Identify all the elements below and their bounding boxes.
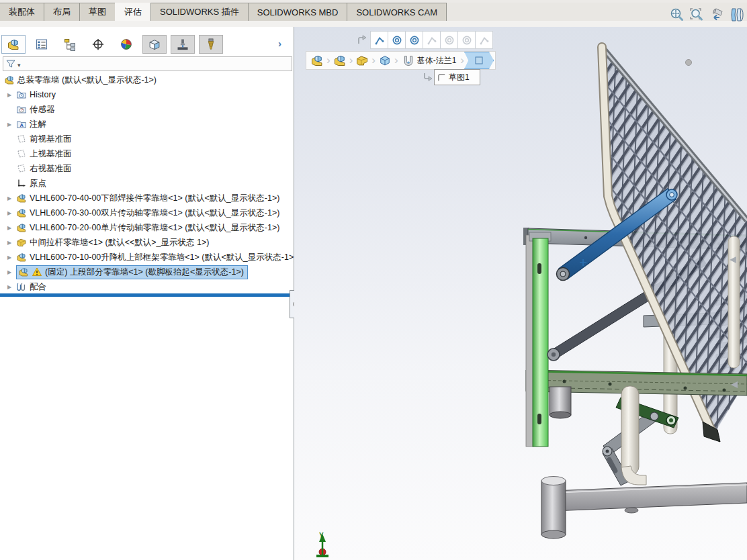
assembly-component-icon xyxy=(16,222,27,233)
jump-down-arrow-icon xyxy=(422,71,434,83)
tree-item-component-30[interactable]: VLHL600-70-30-00双片传动轴零靠墙<1> (默认<默认_显示状态-… xyxy=(0,205,294,220)
tree-item-label: 上视基准面 xyxy=(30,148,72,160)
expand-arrow-icon[interactable] xyxy=(5,240,13,246)
part-component-icon xyxy=(16,237,27,248)
breadcrumb-part-icon[interactable] xyxy=(353,52,371,68)
concentric-mate-button[interactable] xyxy=(388,31,406,49)
tree-item-front-plane[interactable]: 前视基准面 xyxy=(0,132,294,146)
tab-evaluate[interactable]: 评估 xyxy=(115,3,151,21)
tab-solidworks-addins[interactable]: SOLIDWORKS 插件 xyxy=(150,3,249,21)
tree-item-label: 注解 xyxy=(30,119,46,130)
tree-item-upper-section-selected[interactable]: (固定) 上段部分零靠墙<1> (歇脚板抬起<显示状态-1>) xyxy=(0,265,294,279)
tab-sketch[interactable]: 草图 xyxy=(79,3,116,21)
tree-item-label: 原点 xyxy=(30,178,46,189)
sensors-folder-icon xyxy=(16,104,27,115)
tree-item-middle-rod[interactable]: 中间拉杆零靠墙<1> (默认<<默认>_显示状态 1>) xyxy=(0,235,294,250)
configurationmanager-tab[interactable] xyxy=(58,35,82,54)
tab-layout[interactable]: 布局 xyxy=(44,3,80,21)
commandmanager-tab-bar: 装配体 布局 草图 评估 SOLIDWORKS 插件 SOLIDWORKS MB… xyxy=(0,3,747,21)
assembly-component-icon xyxy=(16,207,27,218)
sketch-icon xyxy=(474,55,484,66)
cam-operation-tree-tab[interactable] xyxy=(199,35,223,54)
tree-item-label: VLHL600-70-20-00单片传动轴零靠墙<1> (默认<默认_显示状态-… xyxy=(30,222,279,234)
tree-item-sensors[interactable]: 传感器 xyxy=(0,102,294,117)
angle-mate-button[interactable] xyxy=(370,31,388,49)
sketch-profile-icon xyxy=(437,73,447,83)
plane-icon xyxy=(16,134,27,144)
expand-arrow-icon[interactable] xyxy=(5,210,13,216)
tree-filter-box[interactable] xyxy=(3,56,292,71)
triad-y-label: Y xyxy=(319,532,324,539)
filter-funnel-icon[interactable] xyxy=(5,58,16,69)
expand-arrow-icon[interactable] xyxy=(5,195,13,201)
breadcrumb-subassembly-icon[interactable] xyxy=(331,52,349,68)
expand-arrow-icon[interactable] xyxy=(5,122,13,128)
propertymanager-tab[interactable] xyxy=(30,35,54,54)
sketch-flyout-item[interactable]: 草图1 xyxy=(434,69,480,85)
featuremanager-tree-tab[interactable] xyxy=(1,35,26,54)
warning-icon xyxy=(32,267,42,277)
section-view-icon[interactable] xyxy=(728,6,746,24)
tab-solidworks-cam[interactable]: SOLIDWORKS CAM xyxy=(347,3,447,21)
selection-breadcrumbs: 基体-法兰1 xyxy=(306,51,496,70)
selected-tree-item[interactable]: (固定) 上段部分零靠墙<1> (歇脚板抬起<显示状态-1>) xyxy=(16,265,248,279)
visualization-manager-tab[interactable] xyxy=(142,35,167,54)
breadcrumb-assembly-icon[interactable] xyxy=(308,52,326,68)
cam-feature-tree-tab[interactable] xyxy=(171,35,195,54)
tree-item-component-10[interactable]: VLHL600-70-10-00升降机上部框架零靠墙<1> (默认<默认_显示状… xyxy=(0,250,294,265)
tree-item-label: 中间拉杆零靠墙<1> (默认<<默认>_显示状态 1>) xyxy=(30,237,209,248)
orientation-triad: Y xyxy=(316,532,328,557)
assembly-model[interactable]: Y xyxy=(294,27,747,560)
tree-item-label: 前视基准面 xyxy=(30,134,72,145)
leg-tube-right[interactable] xyxy=(728,236,740,368)
tree-item-annotations[interactable]: 注解 xyxy=(0,117,294,132)
tree-item-mates[interactable]: 配合 xyxy=(0,279,294,294)
rollback-bar[interactable] xyxy=(0,293,290,297)
expand-arrow-icon[interactable] xyxy=(5,92,13,98)
handle-dot[interactable] xyxy=(686,60,692,66)
previous-view-icon[interactable] xyxy=(708,6,726,24)
tree-item-root-assembly[interactable]: 总装零靠墙 (默认<默认_显示状态-1>) xyxy=(0,73,294,87)
tab-solidworks-mbd[interactable]: SOLIDWORKS MBD xyxy=(248,3,348,21)
tree-item-label: 传感器 xyxy=(30,104,55,115)
expand-arrow-icon[interactable] xyxy=(5,254,13,261)
breadcrumb-sketch-selected[interactable] xyxy=(464,52,494,69)
dimxpertmanager-tab[interactable] xyxy=(86,35,110,54)
mates-icon xyxy=(16,281,27,292)
expand-panel-chevron-icon[interactable]: › xyxy=(278,38,281,49)
tree-item-origin[interactable]: 原点 xyxy=(0,176,294,191)
tree-item-component-20[interactable]: VLHL600-70-20-00单片传动轴零靠墙<1> (默认<默认_显示状态-… xyxy=(0,220,294,235)
plane-icon xyxy=(16,163,27,174)
breadcrumb-feature-label: 基体-法兰1 xyxy=(417,55,457,66)
tree-item-right-plane[interactable]: 右视基准面 xyxy=(0,161,294,176)
tree-item-label: VLHL600-70-30-00双片传动轴零靠墙<1> (默认<默认_显示状态-… xyxy=(30,207,279,219)
concentric-mate-button-disabled xyxy=(457,31,476,49)
leg-tube-front[interactable] xyxy=(621,386,646,485)
tree-item-component-40[interactable]: VLHL600-70-40-00下部焊接件零靠墙<1> (默认<默认_显示状态-… xyxy=(0,191,294,205)
assembly-component-icon xyxy=(16,193,27,203)
displaymanager-tab[interactable] xyxy=(114,35,138,54)
green-post[interactable] xyxy=(526,232,551,447)
tab-assembly[interactable]: 装配体 xyxy=(0,3,44,21)
tree-item-top-plane[interactable]: 上视基准面 xyxy=(0,146,294,161)
feature-tree: 总装零靠墙 (默认<默认_显示状态-1>) History 传感器 注解 前视基 xyxy=(0,73,294,294)
base-bottom-rail[interactable] xyxy=(554,483,747,513)
breadcrumb-feature-flange[interactable]: 基体-法兰1 xyxy=(398,52,461,68)
graphics-viewport[interactable]: Y xyxy=(294,27,747,560)
heads-up-toolbar xyxy=(668,6,747,24)
tree-item-history[interactable]: History xyxy=(0,87,294,102)
concentric-mate-button[interactable] xyxy=(405,31,423,49)
annotations-folder-icon xyxy=(16,119,27,130)
foot-cylinder-lower[interactable] xyxy=(541,477,566,539)
expand-arrow-icon[interactable] xyxy=(5,225,13,231)
zoom-to-fit-icon[interactable] xyxy=(668,6,685,24)
jump-arrow-icon xyxy=(356,34,368,46)
filter-dropdown-caret-icon[interactable] xyxy=(17,58,21,70)
expand-arrow-icon[interactable] xyxy=(5,284,13,290)
link-pivot[interactable] xyxy=(547,348,560,361)
assembly-icon xyxy=(4,75,15,85)
zoom-to-area-icon[interactable] xyxy=(688,6,705,24)
foot-cylinder-upper[interactable] xyxy=(550,387,571,418)
expand-arrow-icon[interactable] xyxy=(5,269,13,275)
breadcrumb-body-icon[interactable] xyxy=(376,52,394,68)
